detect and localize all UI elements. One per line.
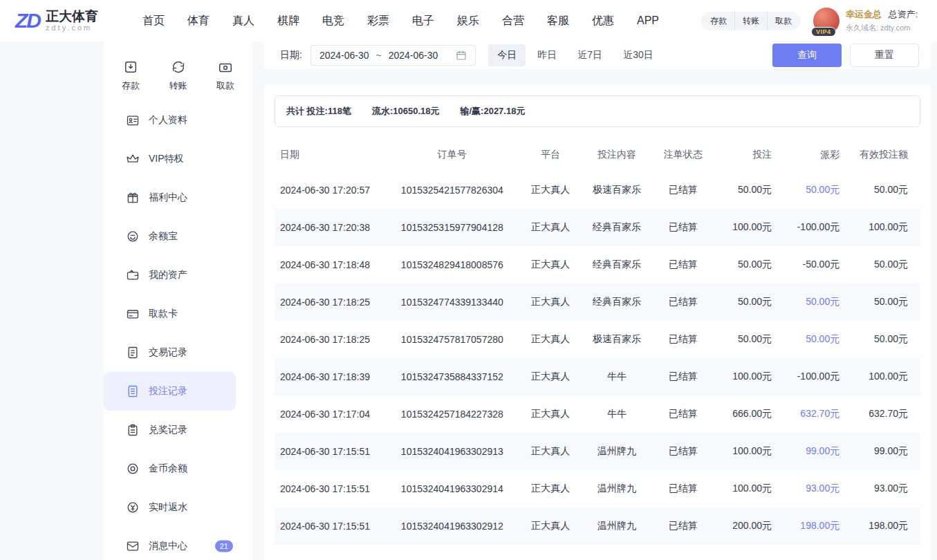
table-row: 2024-06-30 17:20:381015325315977904128正大… — [275, 209, 920, 246]
cell-status: 已结算 — [652, 246, 714, 283]
range-button[interactable]: 近7日 — [568, 44, 611, 66]
quick-action-label: 取款 — [216, 80, 234, 92]
cell-content: 牛牛 — [582, 358, 653, 395]
sidebar-item[interactable]: VIP特权 — [104, 140, 252, 178]
cell-valid: 93.00元 — [839, 470, 920, 507]
table-row: 2024-06-30 17:20:571015325421577826304正大… — [275, 171, 920, 209]
quick-action-label: 转账 — [169, 80, 187, 92]
summary-box: 共计 投注:118笔 流水:10650.18元 输/赢:2027.18元 — [275, 95, 920, 127]
column-header: 注单状态 — [652, 138, 714, 171]
cell-bet: 50.00元 — [714, 283, 772, 321]
main-content: 日期: 2024-06-30 ~ 2024-06-30 今日昨日近7日近30日 … — [252, 41, 937, 560]
message-icon — [126, 539, 140, 553]
nav-item[interactable]: 首页 — [142, 14, 165, 28]
sidebar-quick-action[interactable]: 转账 — [169, 59, 187, 101]
range-button[interactable]: 近30日 — [614, 44, 662, 66]
sidebar-item[interactable]: 兑奖记录 — [104, 411, 252, 449]
sidebar-item[interactable]: 个人资料 — [104, 101, 252, 140]
nav-item[interactable]: 电竞 — [322, 14, 344, 28]
cell-status: 已结算 — [652, 433, 714, 470]
deposit-icon — [123, 59, 138, 75]
nav-item[interactable]: 彩票 — [367, 14, 389, 28]
search-button[interactable]: 查询 — [772, 44, 842, 67]
quick-action[interactable]: 取款 — [767, 12, 799, 30]
cell-order: 1015324041963302913 — [384, 433, 520, 470]
nav-item[interactable]: 合营 — [502, 14, 524, 28]
nav-item[interactable]: APP — [637, 15, 659, 27]
sidebar-item[interactable]: 消息中心21 — [104, 527, 252, 560]
sidebar-item-label: 福利中心 — [149, 192, 187, 204]
cell-date: 2024-06-30 17:18:39 — [275, 358, 384, 395]
cell-order: 1015324257184227328 — [384, 395, 520, 433]
sidebar-quick-action[interactable]: 存款 — [122, 59, 140, 101]
nav-item[interactable]: 娱乐 — [457, 14, 479, 28]
sidebar-item[interactable]: 福利中心 — [104, 178, 252, 217]
cell-platform: 正大真人 — [520, 358, 582, 395]
table-head-row: 日期订单号平台投注内容注单状态投注派彩有效投注额 — [275, 138, 920, 171]
date-label: 日期: — [280, 49, 302, 62]
coin-icon — [126, 462, 140, 476]
sidebar-item[interactable]: 投注记录 — [104, 372, 236, 411]
user-line: 幸运金总 总资产: — [846, 8, 937, 21]
sidebar-item[interactable]: 金币余额 — [104, 449, 252, 488]
redeem-icon — [126, 423, 140, 437]
column-header: 订单号 — [384, 138, 520, 171]
cell-payout: -50.00元 — [772, 246, 839, 283]
date-range-input[interactable]: 2024-06-30 ~ 2024-06-30 — [310, 45, 476, 66]
column-header: 日期 — [275, 138, 384, 171]
sidebar-item[interactable]: 我的资产 — [104, 256, 252, 295]
rebate-icon — [126, 501, 140, 514]
cell-valid: 100.00元 — [839, 358, 920, 395]
cell-valid: 99.00元 — [839, 433, 920, 470]
sidebar-item[interactable]: 余额宝 — [104, 217, 252, 256]
nav-item[interactable]: 棋牌 — [277, 14, 299, 28]
cell-platform: 正大真人 — [520, 171, 582, 209]
sidebar-item-label: 兑奖记录 — [149, 424, 187, 436]
balance-icon — [126, 230, 140, 243]
sidebar-item[interactable]: 实时返水 — [104, 488, 252, 527]
cell-bet: 50.00元 — [714, 246, 772, 283]
cell-status: 已结算 — [652, 283, 714, 321]
sidebar: 存款转账取款 个人资料VIP特权福利中心余额宝我的资产取款卡交易记录投注记录兑奖… — [104, 41, 252, 560]
column-header: 有效投注额 — [839, 138, 920, 171]
cell-valid: 50.00元 — [839, 283, 920, 321]
nav-item[interactable]: 真人 — [232, 14, 254, 28]
top-header: ZD 正大体育 zdty.com 首页体育真人棋牌电竞彩票电子娱乐合营客服优惠A… — [0, 0, 937, 41]
reset-button[interactable]: 重置 — [850, 44, 919, 67]
cell-payout: 99.00元 — [772, 433, 839, 470]
username: 幸运金总 — [846, 9, 882, 19]
nav-item[interactable]: 优惠 — [592, 14, 614, 28]
table-row: 2024-06-30 17:18:391015324735884337152正大… — [275, 358, 920, 395]
avatar[interactable]: VIP4 — [813, 8, 839, 34]
sidebar-item[interactable]: 取款卡 — [104, 295, 252, 333]
cell-status: 已结算 — [652, 171, 714, 209]
sidebar-item-label: VIP特权 — [149, 153, 184, 165]
brand-text: 正大体育 zdty.com — [46, 10, 98, 32]
range-button[interactable]: 昨日 — [528, 44, 566, 66]
sidebar-item-label: 消息中心 — [149, 540, 187, 552]
calendar-icon[interactable] — [456, 50, 467, 61]
nav-item[interactable]: 客服 — [547, 14, 569, 28]
cell-bet: 666.00元 — [714, 395, 772, 433]
nav-item[interactable]: 电子 — [412, 14, 434, 28]
nav-item[interactable]: 体育 — [187, 14, 210, 28]
quick-action-label: 存款 — [122, 80, 140, 92]
cell-date: 2024-06-30 17:15:51 — [275, 507, 384, 545]
date-separator: ~ — [376, 50, 382, 61]
cell-platform: 正大真人 — [520, 283, 582, 321]
withdraw-icon — [218, 59, 233, 75]
quick-action[interactable]: 存款 — [703, 12, 734, 30]
cell-bet: 100.00元 — [714, 209, 772, 246]
sidebar-item[interactable]: 交易记录 — [104, 333, 252, 372]
cell-order: 1015324041963302912 — [384, 507, 520, 545]
range-button[interactable]: 今日 — [488, 44, 526, 66]
cell-status: 已结算 — [652, 321, 714, 358]
cell-bet: 100.00元 — [714, 470, 772, 507]
cell-platform: 正大真人 — [520, 470, 582, 507]
sidebar-quick-action[interactable]: 取款 — [216, 59, 234, 101]
logo[interactable]: ZD 正大体育 zdty.com — [15, 9, 104, 32]
vip-icon — [126, 152, 140, 166]
cell-valid: 632.70元 — [839, 395, 920, 433]
quick-action[interactable]: 转账 — [734, 12, 767, 30]
cell-content: 温州牌九 — [582, 507, 653, 545]
